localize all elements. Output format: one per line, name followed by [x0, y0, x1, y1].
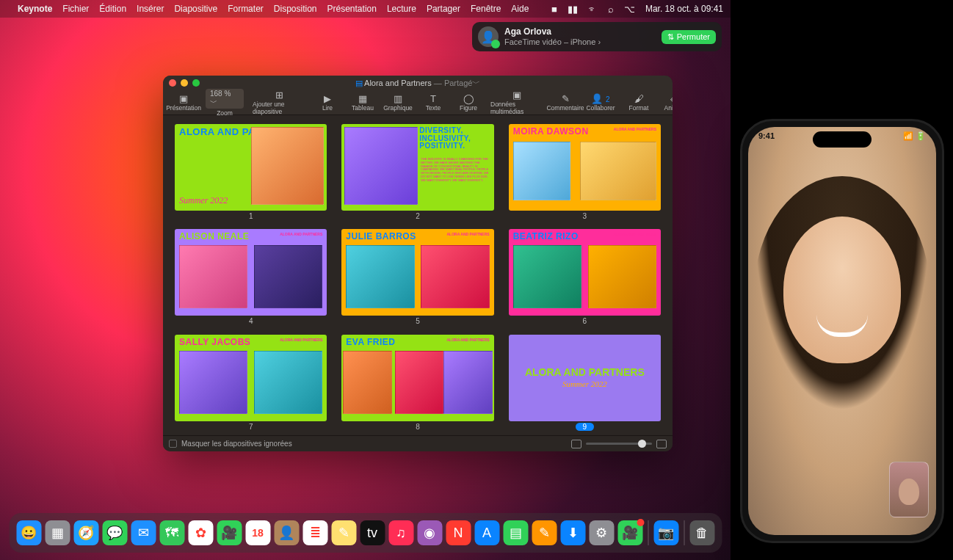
slide-tag: ALORA AND PARTNERS [614, 127, 656, 131]
photo-placeholder [588, 245, 656, 308]
fullscreen-button[interactable] [192, 79, 200, 87]
slide-number: 4 [249, 317, 253, 325]
menu-formater[interactable]: Formater [228, 4, 264, 14]
slide-light-table[interactable]: ALORA AND PARTNERS Summer 2022 1 DIVERSI… [163, 115, 673, 435]
photo-placeholder [421, 245, 489, 308]
diamond-icon: ◈ [670, 94, 673, 103]
dock-app-finder[interactable]: 😀 [16, 520, 41, 545]
dock-app-podcasts[interactable]: ◉ [417, 520, 442, 545]
permuter-button[interactable]: ⇅ Permuter [662, 30, 716, 44]
menu-inserer[interactable]: Insérer [137, 4, 164, 14]
menu-diapositive[interactable]: Diapositive [174, 4, 217, 14]
grid-view-icon[interactable] [571, 440, 581, 448]
chart-label: Graphique [383, 104, 413, 112]
dock-app-news[interactable]: N [446, 520, 471, 545]
menu-partager[interactable]: Partager [427, 4, 460, 14]
spotlight-icon[interactable]: ⌕ [608, 4, 614, 15]
chart-button[interactable]: ▥ Graphique [382, 92, 414, 114]
dock-app-store[interactable]: ⬇︎ [560, 520, 585, 545]
dock-app-settings[interactable]: ⚙︎ [589, 520, 614, 545]
dock-app-mail[interactable]: ✉︎ [131, 520, 156, 545]
play-button[interactable]: ▶ Lire [311, 92, 344, 114]
add-slide-button[interactable]: ⊞ Ajouter une diapositive [250, 92, 308, 114]
slide-tag: ALORA AND PARTNERS [447, 338, 490, 342]
minimize-button[interactable] [181, 79, 188, 87]
dock-app-pages[interactable]: ✎ [532, 520, 557, 545]
hide-skipped-checkbox[interactable] [169, 440, 177, 448]
dock-app-photos[interactable]: ✿ [188, 520, 213, 545]
collab-count: 2 [606, 95, 610, 103]
menu-lecture[interactable]: Lecture [387, 4, 416, 14]
dock-app-facetime2[interactable]: 🎥 [617, 520, 642, 545]
menu-disposition[interactable]: Disposition [274, 4, 317, 14]
slide-tag: ALORA AND PARTNERS [280, 338, 322, 342]
comment-button[interactable]: ✎ Commentaire [549, 92, 581, 114]
dock-app-numbers[interactable]: ▤ [503, 520, 528, 545]
slide-cell-7[interactable]: SALLY JACOBS ALORA AND PARTNERS 7 [175, 335, 327, 432]
menubar-clock[interactable]: Mar. 18 oct. à 09:41 [645, 4, 723, 14]
slide-tag: ALORA AND PARTNERS [447, 232, 490, 236]
slide-cell-8[interactable]: EVA FRIED ALORA AND PARTNERS 8 [341, 335, 493, 432]
slide-thumb[interactable]: ALORA AND PARTNERS Summer 2022 [509, 335, 661, 421]
large-view-icon[interactable] [656, 440, 667, 448]
dock-app-appstore[interactable]: A [474, 520, 499, 545]
slide-cell-1[interactable]: ALORA AND PARTNERS Summer 2022 1 [175, 124, 327, 222]
dock-app-safari[interactable]: 🧭 [73, 520, 98, 545]
dock-app-reminders[interactable]: ≣ [302, 520, 327, 545]
control-center-icon[interactable]: ⌥ [624, 4, 635, 15]
dock-app-contacts[interactable]: 👤 [274, 520, 299, 545]
slide-thumb[interactable]: DIVERSITY, INCLUSIVITY, POSITIVITY. THE … [341, 124, 493, 211]
app-menu[interactable]: Keynote [18, 4, 52, 14]
slide-thumb[interactable]: BEATRIZ RIZO ALORA AND PARTNERS [509, 229, 661, 316]
collaborate-button[interactable]: 👤 2 Collaborer [584, 92, 617, 114]
dock-app-music[interactable]: ♫ [388, 520, 413, 545]
slide-thumb[interactable]: EVA FRIED ALORA AND PARTNERS [341, 335, 493, 421]
slide-title: DIVERSITY, INCLUSIVITY, POSITIVITY. [419, 127, 489, 150]
zoom-slider[interactable] [586, 443, 652, 445]
wifi-icon[interactable]: ᯤ [588, 4, 598, 15]
dock-app-notes[interactable]: ✎ [331, 520, 356, 545]
slide-cell-5[interactable]: JULIE BARROS ALORA AND PARTNERS 5 [341, 229, 493, 327]
dock-app-launchpad[interactable]: ▦ [45, 520, 70, 545]
format-button[interactable]: 🖌 Format [623, 92, 655, 114]
media-button[interactable]: ▣ Données multimédias [488, 92, 546, 114]
animate-button[interactable]: ◈ Animer [658, 92, 673, 114]
shape-button[interactable]: ◯ Figure [452, 92, 485, 114]
slide-thumb[interactable]: SALLY JACOBS ALORA AND PARTNERS [175, 335, 327, 421]
text-button[interactable]: T Texte [417, 92, 449, 114]
slide-cell-2[interactable]: DIVERSITY, INCLUSIVITY, POSITIVITY. THE … [341, 124, 493, 222]
slide-thumb[interactable]: ALISON NEALE ALORA AND PARTNERS [175, 229, 327, 316]
photo-placeholder [443, 351, 492, 414]
menu-fichier[interactable]: Fichier [62, 4, 89, 14]
battery-icon[interactable]: ▮▮ [568, 4, 578, 15]
facetime-pip-self-view[interactable] [889, 462, 929, 517]
camera-icon[interactable]: ■ [551, 4, 557, 15]
slide-thumb[interactable]: ALORA AND PARTNERS Summer 2022 [175, 124, 327, 211]
dock-app-calendar[interactable]: 18 [245, 520, 270, 545]
menu-presentation[interactable]: Présentation [327, 4, 377, 14]
dropdown-icon[interactable]: ﹀ [472, 79, 480, 87]
zoom-control[interactable]: 168 % ﹀ Zoom [203, 92, 247, 114]
slide-cell-6[interactable]: BEATRIZ RIZO ALORA AND PARTNERS 6 [509, 229, 661, 327]
slide-cell-4[interactable]: ALISON NEALE ALORA AND PARTNERS 4 [175, 229, 327, 327]
menu-aide[interactable]: Aide [511, 4, 529, 14]
zoom-value: 168 % [210, 90, 231, 98]
slide-thumb[interactable]: MOIRA DAWSON ALORA AND PARTNERS [509, 124, 661, 211]
slide-cell-3[interactable]: MOIRA DAWSON ALORA AND PARTNERS 3 [509, 124, 661, 222]
menu-edition[interactable]: Édition [99, 4, 126, 14]
view-button[interactable]: ▣ Présentation [167, 92, 200, 114]
dock-app-camera[interactable]: 📷 [653, 520, 678, 545]
slide-cell-9[interactable]: ALORA AND PARTNERS Summer 2022 9 [509, 335, 661, 432]
slide-thumb[interactable]: JULIE BARROS ALORA AND PARTNERS [341, 229, 493, 316]
menu-fenetre[interactable]: Fenêtre [471, 4, 501, 14]
dock-app-tv[interactable]: tv [360, 520, 385, 545]
table-button[interactable]: ▦ Tableau [347, 92, 379, 114]
slide-tag: ALORA AND PARTNERS [614, 232, 656, 236]
close-button[interactable] [169, 79, 176, 87]
dock-app-facetime[interactable]: 🎥 [217, 520, 242, 545]
handoff-notification[interactable]: 👤 Aga Orlova FaceTime vidéo – iPhone › ⇅… [472, 22, 722, 51]
dock-app-maps[interactable]: 🗺 [159, 520, 184, 545]
slide-number: 8 [416, 423, 420, 431]
dock-app-messages[interactable]: 💬 [102, 520, 127, 545]
dock-app-trash[interactable]: 🗑 [689, 520, 714, 545]
